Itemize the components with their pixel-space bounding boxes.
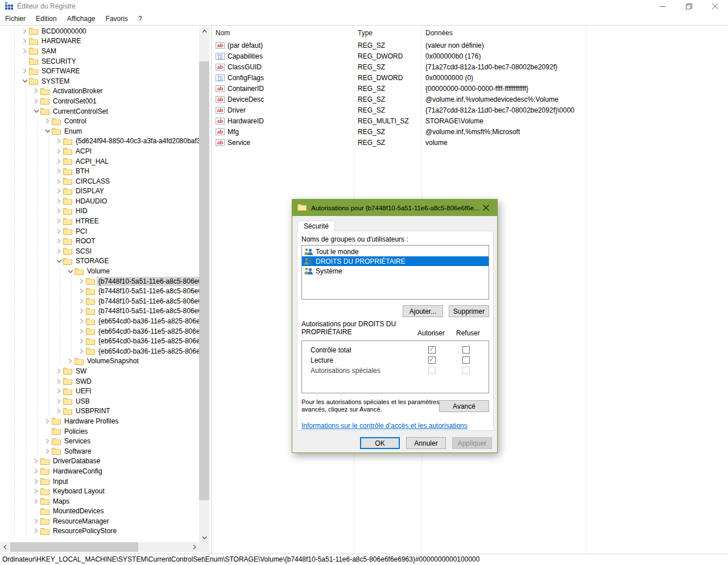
expand-icon[interactable] xyxy=(55,138,63,144)
collapse-icon[interactable] xyxy=(43,129,52,133)
tree-item-bth[interactable]: BTH xyxy=(0,166,199,176)
tree-item-acpi[interactable]: ACPI xyxy=(0,146,199,156)
expand-icon[interactable] xyxy=(77,338,86,344)
tree-item-circlass[interactable]: CIRCLASS xyxy=(0,176,199,186)
value-row-devicedesc[interactable]: abDeviceDescREG_SZ@volume.inf,%volumedev… xyxy=(212,94,728,105)
expand-icon[interactable] xyxy=(32,498,40,504)
expand-icon[interactable] xyxy=(77,329,86,334)
tree-item-display[interactable]: DISPLAY xyxy=(0,186,199,197)
expand-icon[interactable] xyxy=(43,448,52,454)
tree-item-usb[interactable]: USB xyxy=(0,396,199,406)
group-item-tout-le-monde[interactable]: Tout le monde xyxy=(302,247,489,256)
dialog-titlebar[interactable]: Autorisations pour {b7448f10-5a51-11e6-a… xyxy=(292,200,497,216)
scroll-down-button[interactable] xyxy=(199,533,209,542)
tree-item-volumesnapshot[interactable]: VolumeSnapshot xyxy=(0,356,199,367)
vertical-scrollbar-thumb[interactable] xyxy=(199,61,209,500)
tree-item-mounteddevices[interactable]: MountedDevices xyxy=(0,506,199,517)
tree-item-activationbroker[interactable]: ActivationBroker xyxy=(0,86,199,97)
expand-icon[interactable] xyxy=(32,468,40,474)
access-control-info-link[interactable]: Informations sur le contrôle d'accès et … xyxy=(301,422,468,430)
menu-item-favoris[interactable]: Favoris xyxy=(101,13,133,25)
expand-icon[interactable] xyxy=(55,218,63,224)
column-header-type[interactable]: Type xyxy=(358,29,425,37)
value-row-containerid[interactable]: abContainerIDREG_SZ{00000000-0000-0000-f… xyxy=(212,83,728,94)
column-header-nom[interactable]: Nom xyxy=(216,29,358,37)
tree-item-acpi-hal[interactable]: ACPI_HAL xyxy=(0,156,199,167)
tree-item-pci[interactable]: PCI xyxy=(0,226,199,236)
tree-horizontal-scrollbar[interactable] xyxy=(0,542,199,552)
expand-icon[interactable] xyxy=(55,178,63,184)
value-row-driver[interactable]: abDriverREG_SZ{71a27cdd-812a-11d0-bec7-0… xyxy=(212,105,728,115)
cancel-button[interactable]: Annuler xyxy=(406,437,446,449)
tree-item-enum[interactable]: Enum xyxy=(0,126,199,136)
remove-button[interactable]: Supprimer xyxy=(449,305,489,317)
expand-icon[interactable] xyxy=(20,68,29,74)
tree-item-eb654cd0-ba36-11e5-a825-806e6f[interactable]: {eb654cd0-ba36-11e5-a825-806e6f xyxy=(0,346,199,356)
apply-button[interactable]: Appliquer xyxy=(452,437,492,449)
tree-item-storage[interactable]: STORAGE xyxy=(0,256,199,267)
expand-icon[interactable] xyxy=(32,488,40,494)
value-row-service[interactable]: abServiceREG_SZvolume xyxy=(212,137,728,148)
tree-item-policies[interactable]: Policies xyxy=(0,426,199,437)
tree-item-services[interactable]: Services xyxy=(0,436,199,446)
close-button[interactable] xyxy=(702,0,728,13)
checkbox-allow-contr-le-total[interactable] xyxy=(428,346,436,354)
tree-item-5d624f94-8850-40c3-a3fa-a4fd2080baf3[interactable]: {5d624f94-8850-40c3-a3fa-a4fd2080baf3} xyxy=(0,136,199,147)
tree-item-resourcemanager[interactable]: ResourceManager xyxy=(0,516,199,526)
expand-icon[interactable] xyxy=(55,168,63,174)
tree-item-software[interactable]: Software xyxy=(0,446,199,456)
expand-icon[interactable] xyxy=(55,398,63,404)
tree-item-security[interactable]: SECURITY xyxy=(0,56,199,67)
menu-item-fichier[interactable]: Fichier xyxy=(0,13,31,25)
tree-item-hid[interactable]: HID xyxy=(0,206,199,217)
value-row-mfg[interactable]: abMfgREG_SZ@volume.inf,%msft%;Microsoft xyxy=(212,126,728,137)
tree-item-hardware-profiles[interactable]: Hardware Profiles xyxy=(0,416,199,426)
value-row-par-d-faut[interactable]: ab(par défaut)REG_SZ(valeur non définie) xyxy=(212,40,728,51)
expand-icon[interactable] xyxy=(55,229,63,234)
column-header-donnees[interactable]: Données xyxy=(425,29,728,37)
expand-icon[interactable] xyxy=(43,118,52,124)
tree-item-usbprint[interactable]: USBPRINT xyxy=(0,406,199,417)
restore-button[interactable] xyxy=(676,0,702,13)
expand-icon[interactable] xyxy=(32,458,40,464)
tree-item-volume[interactable]: Volume xyxy=(0,266,199,276)
expand-icon[interactable] xyxy=(43,418,52,424)
tree-item-maps[interactable]: Maps xyxy=(0,496,199,506)
tree-item-swd[interactable]: SWD xyxy=(0,376,199,387)
expand-icon[interactable] xyxy=(77,298,86,304)
expand-icon[interactable] xyxy=(32,528,40,534)
checkbox-deny-lecture[interactable] xyxy=(462,356,470,364)
tree-item-controlset001[interactable]: ControlSet001 xyxy=(0,96,199,106)
tree-item-eb654cd0-ba36-11e5-a825-806e6f[interactable]: {eb654cd0-ba36-11e5-a825-806e6f xyxy=(0,336,199,346)
expand-icon[interactable] xyxy=(20,38,29,44)
tree-item-b7448f10-5a51-11e6-a8c5-806e6f[interactable]: {b7448f10-5a51-11e6-a8c5-806e6f xyxy=(0,306,199,317)
tree-item-b7448f10-5a51-11e6-a8c5-806e6f[interactable]: {b7448f10-5a51-11e6-a8c5-806e6f xyxy=(0,286,199,296)
tree-item-control[interactable]: Control xyxy=(0,116,199,126)
collapse-icon[interactable] xyxy=(66,269,75,273)
tree-item-hdaudio[interactable]: HDAUDIO xyxy=(0,196,199,206)
menu-item-edition[interactable]: Edition xyxy=(31,13,62,25)
tree-item-scsi[interactable]: SCSI xyxy=(0,246,199,256)
expand-icon[interactable] xyxy=(55,208,63,214)
expand-icon[interactable] xyxy=(77,308,86,314)
expand-icon[interactable] xyxy=(43,438,52,444)
add-button[interactable]: Ajouter... xyxy=(403,305,443,317)
tree-item-b7448f10-5a51-11e6-a8c5-806e6f[interactable]: {b7448f10-5a51-11e6-a8c5-806e6f xyxy=(0,276,199,286)
tree-item-software[interactable]: SOFTWARE xyxy=(0,66,199,76)
checkbox-deny-contr-le-total[interactable] xyxy=(462,346,470,354)
collapse-icon[interactable] xyxy=(55,259,63,263)
group-item-droits-du-propri-taire[interactable]: DROITS DU PROPRIÉTAIRE xyxy=(302,256,489,266)
collapse-icon[interactable] xyxy=(20,79,29,83)
expand-icon[interactable] xyxy=(55,148,63,154)
tree-vertical-scrollbar[interactable] xyxy=(199,26,209,542)
tree-item-keyboard-layout[interactable]: Keyboard Layout xyxy=(0,486,199,496)
group-item-syst-me[interactable]: Système xyxy=(302,266,489,276)
expand-icon[interactable] xyxy=(20,48,29,54)
expand-icon[interactable] xyxy=(32,88,40,94)
expand-icon[interactable] xyxy=(55,408,63,414)
tab-securite[interactable]: Sécurité xyxy=(297,221,335,232)
expand-icon[interactable] xyxy=(55,198,63,204)
expand-icon[interactable] xyxy=(55,188,63,194)
value-row-classguid[interactable]: abClassGUIDREG_SZ{71a27cdd-812a-11d0-bec… xyxy=(212,61,728,72)
tree-item-driverdatabase[interactable]: DriverDatabase xyxy=(0,456,199,467)
